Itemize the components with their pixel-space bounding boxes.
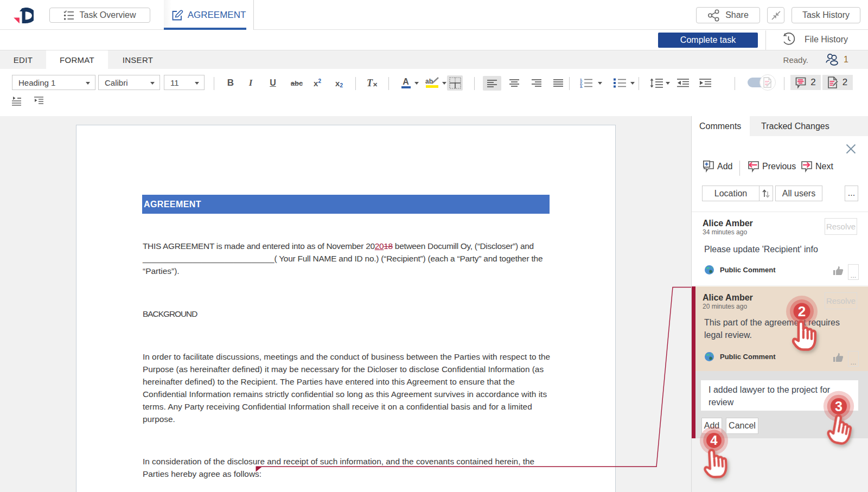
- svg-text:ab: ab: [425, 78, 433, 85]
- svg-text:3.: 3.: [580, 85, 583, 88]
